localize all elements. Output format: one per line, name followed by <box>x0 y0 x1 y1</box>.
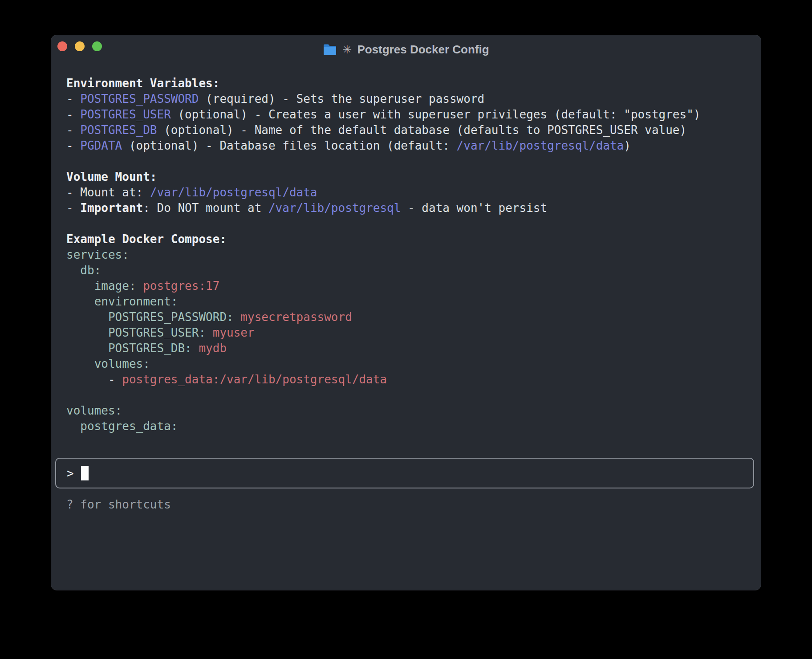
terminal-line: volumes: <box>66 356 743 372</box>
terminal-text-segment: - <box>66 123 80 137</box>
terminal-text-segment: Example Docker Compose: <box>66 232 227 246</box>
terminal-text-segment <box>66 264 80 277</box>
close-button[interactable] <box>57 41 67 51</box>
terminal-text-segment: /var/lib/postgresql/data <box>457 139 624 152</box>
terminal-text-segment <box>66 357 94 370</box>
terminal-line: POSTGRES_PASSWORD: mysecretpassword <box>66 309 743 325</box>
terminal-line: db: <box>66 263 743 278</box>
terminal-text-segment: volumes: <box>66 404 122 417</box>
terminal-text-segment: (optional) - Name of the default databas… <box>157 123 687 137</box>
terminal-text-segment <box>66 326 108 339</box>
terminal-text-segment <box>234 310 241 324</box>
title-text: Postgres Docker Config <box>357 43 489 57</box>
terminal-line: - Important: Do NOT mount at /var/lib/po… <box>66 200 743 216</box>
terminal-text-segment: ) <box>624 139 631 152</box>
terminal-text-segment: environment: <box>94 295 178 308</box>
terminal-line: Environment Variables: <box>66 76 743 91</box>
terminal-text-segment: - <box>66 373 122 386</box>
prompt-chevron: > <box>67 467 74 480</box>
terminal-line <box>66 154 743 169</box>
terminal-line: volumes: <box>66 403 743 419</box>
terminal-text-segment: PGDATA <box>80 139 122 152</box>
spark-icon: ✳ <box>342 43 352 56</box>
terminal-text-segment: - <box>66 139 80 152</box>
terminal-text-segment: POSTGRES_PASSWORD: <box>108 310 234 324</box>
terminal-text-segment: myuser <box>213 326 255 339</box>
terminal-text-segment: POSTGRES_DB <box>80 123 157 137</box>
window-title: ✳ Postgres Docker Config <box>323 43 489 57</box>
terminal-text-segment: : Do NOT mount at <box>143 201 268 215</box>
app-window: ✳ Postgres Docker Config Environment Var… <box>51 35 761 590</box>
terminal-line: - POSTGRES_DB (optional) - Name of the d… <box>66 122 743 138</box>
terminal-line: - Mount at: /var/lib/postgresql/data <box>66 185 743 200</box>
terminal-text-segment: Important <box>80 201 143 215</box>
terminal-text-segment: Volume Mount: <box>66 170 157 183</box>
terminal-text-segment: db: <box>80 264 101 277</box>
terminal-line: environment: <box>66 294 743 309</box>
terminal-text-segment <box>66 419 80 433</box>
text-cursor <box>81 466 89 480</box>
prompt-input[interactable]: > <box>55 458 754 488</box>
terminal-line: Example Docker Compose: <box>66 232 743 247</box>
terminal-text-segment: /var/lib/postgresql <box>268 201 401 215</box>
terminal-text-segment: (optional) - Creates a user with superus… <box>171 108 701 121</box>
terminal-line <box>66 216 743 232</box>
terminal-line: - POSTGRES_USER (optional) - Creates a u… <box>66 107 743 122</box>
title-bar: ✳ Postgres Docker Config <box>51 35 761 58</box>
terminal-text-segment: POSTGRES_DB: <box>108 342 192 355</box>
terminal-line: - PGDATA (optional) - Database files loc… <box>66 138 743 154</box>
terminal-text-segment <box>66 295 94 308</box>
terminal-text-segment <box>206 326 213 339</box>
zoom-button[interactable] <box>92 41 102 51</box>
terminal-line <box>66 387 743 403</box>
terminal-text-segment: postgres_data: <box>80 419 178 433</box>
folder-icon <box>323 44 337 56</box>
terminal-text-segment <box>66 310 108 324</box>
minimize-button[interactable] <box>75 41 85 51</box>
terminal-text-segment: - data won't persist <box>401 201 547 215</box>
terminal-text-segment: (optional) - Database files location (de… <box>122 139 456 152</box>
terminal-text-segment: volumes: <box>94 357 150 370</box>
terminal-text-segment: /var/lib/postgresql/data <box>150 186 317 199</box>
terminal-line: - postgres_data:/var/lib/postgresql/data <box>66 372 743 387</box>
terminal-line: services: <box>66 247 743 263</box>
terminal-text-segment: postgres_data:/var/lib/postgresql/data <box>122 373 387 386</box>
shortcuts-hint: ? for shortcuts <box>66 498 761 511</box>
terminal-text-segment <box>66 279 94 293</box>
traffic-lights <box>57 41 102 51</box>
terminal-text-segment: mysecretpassword <box>240 310 352 324</box>
terminal-text-segment: (required) - Sets the superuser password <box>199 92 484 106</box>
terminal-line: - POSTGRES_PASSWORD (required) - Sets th… <box>66 91 743 107</box>
terminal-text-segment: - <box>66 92 80 106</box>
terminal-text-segment: postgres:17 <box>143 279 219 293</box>
terminal-text-segment: Environment Variables: <box>66 77 219 90</box>
terminal-text-segment: - <box>66 201 80 215</box>
terminal-text-segment: services: <box>66 248 129 261</box>
terminal-text-segment <box>136 279 143 293</box>
terminal-text-segment: POSTGRES_USER <box>80 108 171 121</box>
terminal-text-segment: POSTGRES_PASSWORD <box>80 92 199 106</box>
terminal-text-segment <box>66 342 108 355</box>
terminal-line: POSTGRES_DB: mydb <box>66 341 743 356</box>
terminal-text-segment: - Mount at: <box>66 186 150 199</box>
terminal-text-segment <box>192 342 199 355</box>
terminal-line: Volume Mount: <box>66 169 743 185</box>
terminal-line: image: postgres:17 <box>66 278 743 294</box>
terminal-line: postgres_data: <box>66 419 743 434</box>
terminal-text-segment: mydb <box>199 342 227 355</box>
terminal-text-segment: POSTGRES_USER: <box>108 326 206 339</box>
terminal-output: Environment Variables:- POSTGRES_PASSWOR… <box>51 76 761 434</box>
terminal-text-segment: - <box>66 108 80 121</box>
terminal-line: POSTGRES_USER: myuser <box>66 325 743 341</box>
terminal-text-segment: image: <box>94 279 136 293</box>
